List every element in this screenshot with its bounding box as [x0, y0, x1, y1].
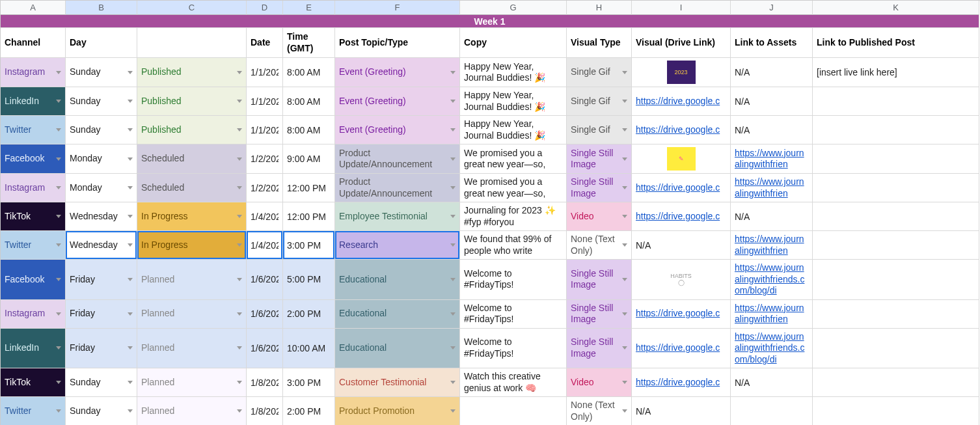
assets-cell[interactable]: https://www.journalingwithfriends.com/bl…: [731, 260, 813, 300]
drive-cell-link[interactable]: https://drive.google.c: [636, 342, 726, 354]
assets-cell-link[interactable]: https://www.journalingwithfrien: [735, 148, 808, 171]
col-head-D[interactable]: D: [247, 1, 283, 15]
channel-cell[interactable]: TikTok: [1, 202, 66, 231]
col-head-B[interactable]: B: [66, 1, 137, 15]
time-cell[interactable]: 3:00 PM: [283, 231, 335, 260]
published-cell[interactable]: [813, 174, 979, 202]
drive-cell[interactable]: ✎: [632, 144, 731, 174]
visual-type-cell[interactable]: Single Gif: [567, 116, 632, 144]
time-cell[interactable]: 12:00 PM: [283, 202, 335, 231]
visual-type-cell[interactable]: Single Gif: [567, 87, 632, 116]
date-cell[interactable]: 1/2/2023: [247, 144, 283, 174]
col-head-I[interactable]: I: [632, 1, 731, 15]
status-cell[interactable]: Planned: [137, 260, 247, 300]
visual-type-cell[interactable]: Video: [567, 368, 632, 397]
topic-cell[interactable]: Product Update/Announcement: [335, 144, 460, 174]
header-I[interactable]: Visual (Drive Link): [632, 28, 731, 58]
drive-cell[interactable]: N/A: [632, 231, 731, 260]
copy-cell[interactable]: Journaling for 2023 ✨ #fyp #foryou: [460, 202, 567, 231]
col-head-A[interactable]: A: [1, 1, 66, 15]
day-cell[interactable]: Friday: [66, 300, 137, 329]
published-cell[interactable]: [813, 202, 979, 231]
visual-type-cell[interactable]: None (Text Only): [567, 397, 632, 425]
copy-cell[interactable]: We promised you a great new year—so,: [460, 174, 567, 202]
time-cell[interactable]: 9:00 AM: [283, 144, 335, 174]
date-cell[interactable]: 1/6/2023: [247, 260, 283, 300]
drive-cell-link[interactable]: https://drive.google.c: [636, 124, 726, 136]
channel-cell[interactable]: Instagram: [1, 58, 66, 87]
col-head-F[interactable]: F: [335, 1, 460, 15]
assets-cell[interactable]: N/A: [731, 58, 813, 87]
assets-cell-link[interactable]: https://www.journalingwithfriends.com/bl…: [735, 262, 808, 297]
drive-cell-link[interactable]: https://drive.google.c: [636, 308, 726, 320]
date-cell[interactable]: 1/4/2023: [247, 202, 283, 231]
status-cell[interactable]: Published: [137, 87, 247, 116]
topic-cell[interactable]: Product Update/Announcement: [335, 174, 460, 202]
header-K[interactable]: Link to Published Post: [813, 28, 979, 58]
visual-type-cell[interactable]: Single Still Image: [567, 174, 632, 202]
published-cell[interactable]: [813, 329, 979, 369]
published-cell[interactable]: [813, 300, 979, 329]
day-cell[interactable]: Sunday: [66, 87, 137, 116]
time-cell[interactable]: 3:00 PM: [283, 368, 335, 397]
day-cell[interactable]: Friday: [66, 260, 137, 300]
topic-cell[interactable]: Educational: [335, 300, 460, 329]
assets-cell-link[interactable]: https://www.journalingwithfrien: [735, 176, 808, 199]
copy-cell[interactable]: Happy New Year, Journal Buddies! 🎉: [460, 116, 567, 144]
channel-cell[interactable]: Facebook: [1, 260, 66, 300]
time-cell[interactable]: 8:00 AM: [283, 58, 335, 87]
status-cell[interactable]: In Progress: [137, 231, 247, 260]
header-H[interactable]: Visual Type: [567, 28, 632, 58]
published-cell[interactable]: [813, 87, 979, 116]
date-cell[interactable]: 1/8/2023: [247, 397, 283, 425]
channel-cell[interactable]: Twitter: [1, 231, 66, 260]
assets-cell[interactable]: https://www.journalingwithfrien: [731, 231, 813, 260]
status-cell[interactable]: In Progress: [137, 202, 247, 231]
header-G[interactable]: Copy: [460, 28, 567, 58]
assets-cell-link[interactable]: https://www.journalingwithfriends.com/bl…: [735, 331, 808, 366]
channel-cell[interactable]: LinkedIn: [1, 87, 66, 116]
published-cell[interactable]: [813, 397, 979, 425]
time-cell[interactable]: 12:00 PM: [283, 174, 335, 202]
col-head-K[interactable]: K: [813, 1, 979, 15]
header-J[interactable]: Link to Assets: [731, 28, 813, 58]
channel-cell[interactable]: Instagram: [1, 300, 66, 329]
copy-cell[interactable]: Watch this creative genius at work 🧠: [460, 368, 567, 397]
copy-cell[interactable]: Welcome to #FridayTips!: [460, 260, 567, 300]
time-cell[interactable]: 2:00 PM: [283, 300, 335, 329]
channel-cell[interactable]: Facebook: [1, 144, 66, 174]
drive-cell[interactable]: https://drive.google.c: [632, 87, 731, 116]
copy-cell[interactable]: Welcome to #FridayTips!: [460, 300, 567, 329]
day-cell[interactable]: Sunday: [66, 116, 137, 144]
topic-cell[interactable]: Research: [335, 231, 460, 260]
topic-cell[interactable]: Event (Greeting): [335, 87, 460, 116]
status-cell[interactable]: Planned: [137, 300, 247, 329]
assets-cell[interactable]: https://www.journalingwithfriends.com/bl…: [731, 329, 813, 369]
topic-cell[interactable]: Educational: [335, 329, 460, 369]
published-cell[interactable]: [813, 144, 979, 174]
visual-type-cell[interactable]: None (Text Only): [567, 231, 632, 260]
header-E[interactable]: Time (GMT): [283, 28, 335, 58]
drive-cell[interactable]: https://drive.google.c: [632, 174, 731, 202]
day-cell[interactable]: Sunday: [66, 368, 137, 397]
drive-cell[interactable]: HABITS ◯: [632, 260, 731, 300]
copy-cell[interactable]: [460, 397, 567, 425]
drive-cell-link[interactable]: https://drive.google.c: [636, 211, 726, 223]
topic-cell[interactable]: Event (Greeting): [335, 58, 460, 87]
copy-cell[interactable]: We found that 99% of people who write: [460, 231, 567, 260]
visual-type-cell[interactable]: Single Still Image: [567, 260, 632, 300]
drive-cell[interactable]: https://drive.google.c: [632, 300, 731, 329]
published-cell[interactable]: [813, 368, 979, 397]
status-cell[interactable]: Planned: [137, 329, 247, 369]
status-cell[interactable]: Planned: [137, 397, 247, 425]
published-cell[interactable]: [813, 116, 979, 144]
drive-cell-link[interactable]: https://drive.google.c: [636, 182, 726, 194]
drive-cell-link[interactable]: https://drive.google.c: [636, 96, 726, 107]
published-cell[interactable]: [813, 231, 979, 260]
col-head-E[interactable]: E: [283, 1, 335, 15]
date-cell[interactable]: 1/1/2023: [247, 87, 283, 116]
published-cell[interactable]: [813, 260, 979, 300]
assets-cell-link[interactable]: https://www.journalingwithfrien: [735, 303, 808, 325]
assets-cell[interactable]: N/A: [731, 87, 813, 116]
date-cell[interactable]: 1/6/2023: [247, 329, 283, 369]
